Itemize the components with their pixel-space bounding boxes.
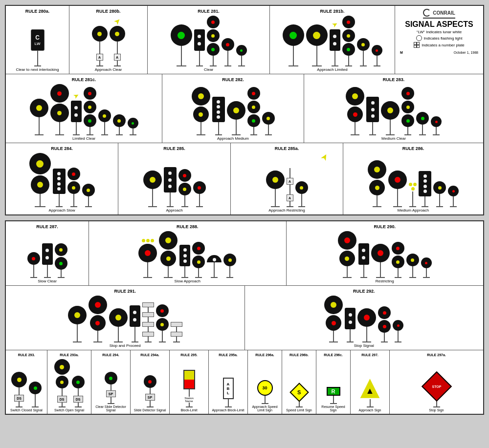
- caption-285: Approach: [166, 207, 182, 213]
- caption-294a: Slide Detector Signal: [134, 407, 166, 412]
- signal-area-290: [289, 231, 482, 278]
- rule-label-292: RULE 292.: [247, 289, 482, 294]
- rule-label-294: RULE 294.: [93, 353, 128, 357]
- yellow-dot: [97, 32, 102, 36]
- cell-296b: RULE 296b. S Speed Limit Sign: [282, 350, 316, 414]
- cell-280a: RULE 280a. C LW Clear to next interlocki…: [6, 6, 69, 74]
- signal-area-295a: A B L: [211, 359, 245, 407]
- legend-plate: Indicates a number plate: [414, 42, 465, 48]
- signal-area-286: [345, 153, 481, 207]
- green: [178, 32, 185, 39]
- rule-label-295: RULE 295.: [172, 353, 206, 357]
- m-label: M: [400, 51, 403, 54]
- caption-296b: Speed Limit Sign: [286, 407, 312, 412]
- rule-label-296b: RULE 296b.: [284, 353, 314, 357]
- legend-lw: "LW" Indicates lunar white: [417, 30, 462, 34]
- caption-283: Medium Clear: [381, 135, 406, 141]
- slide-plate-2: [142, 312, 154, 317]
- sig2: ➤ A: [110, 17, 125, 66]
- sp-plate: SP: [106, 390, 116, 397]
- caption-288: Slow Approach: [175, 278, 200, 283]
- rule-label-293a: RULE 293a.: [49, 353, 89, 357]
- block-limit-sign: [183, 370, 195, 389]
- signal-280a: C LW: [31, 29, 44, 66]
- cell-281c: RULE 281c.: [6, 74, 162, 143]
- half-circle-head: [207, 255, 222, 262]
- caption-297a: Stop Sign: [429, 407, 444, 412]
- caption-296c: Resume Speed Sign: [318, 404, 348, 412]
- rule-label-293: RULE 293.: [8, 353, 45, 357]
- caption-295: Block-Limit: [180, 407, 197, 412]
- abl-sign: A B L: [223, 378, 234, 399]
- rule-label-287: RULE 287.: [8, 224, 87, 229]
- arrow: ➤: [111, 16, 123, 27]
- caption-290: Restricting: [376, 278, 394, 283]
- caption-280b: Approach Clear: [95, 66, 122, 72]
- rule-label-296a: RULE 296a.: [250, 353, 280, 357]
- approach-triangle: ▲: [359, 378, 381, 399]
- cell-281: RULE 281.: [148, 6, 270, 74]
- a-plate: A: [96, 54, 103, 61]
- sp-plate: SP: [145, 394, 155, 401]
- brand-name: CONRAIL: [433, 10, 455, 16]
- caption-293a: Switch Open Signal: [54, 407, 84, 412]
- cell-291: RULE 291.: [6, 286, 245, 350]
- caption-284: Approach Slow: [49, 207, 75, 213]
- cell-286: RULE 286.: [343, 143, 483, 214]
- num-plate-icon: [414, 42, 420, 48]
- post: [37, 51, 38, 65]
- station-name: StationName: [179, 397, 199, 403]
- sig4: [222, 38, 234, 66]
- signal-area-297a: STOP: [392, 359, 481, 407]
- sig1: A: [92, 26, 108, 66]
- signal-area-282: [164, 84, 302, 135]
- cell-296c: RULE 296c. R Resume Speed Sign: [316, 350, 351, 414]
- rule-label-291: RULE 291.: [8, 289, 243, 294]
- head2: [110, 26, 125, 42]
- row-3: RULE 284.: [6, 143, 483, 214]
- caption-296a: Approach Speed Limit Sign: [250, 404, 280, 412]
- caption-281: Clear: [204, 66, 213, 72]
- cell-293: RULE 293. DS: [6, 350, 47, 414]
- bottom-row-3: RULE 293. DS: [6, 350, 483, 414]
- signal-area-294: SP: [93, 359, 128, 404]
- a-plate: A: [114, 54, 121, 61]
- cell-290: RULE 290.: [287, 221, 484, 285]
- cell-288: RULE 288.: [89, 221, 287, 285]
- signal-area-285: [120, 153, 228, 207]
- caption-285a: Approach Restricting: [268, 207, 305, 213]
- cell-280b: RULE 280b. A ➤: [69, 6, 148, 74]
- rule-label-288: RULE 288.: [91, 224, 284, 229]
- rule-label-285: RULE 285.: [120, 146, 228, 151]
- conrail-logo: CONRAIL: [423, 9, 455, 19]
- yellow-dot: [115, 32, 119, 36]
- signal-area-296b: S: [284, 359, 314, 407]
- bottom-row-2: RULE 291.: [6, 286, 483, 350]
- rule-label-280a: RULE 280a.: [8, 9, 67, 14]
- ds-plate: DS: [14, 395, 24, 402]
- cell-296a: RULE 296a. 30 Approach Speed Limit Sign: [248, 350, 282, 414]
- sig1: [171, 24, 192, 66]
- caption-287: Slow Clear: [38, 278, 57, 283]
- cell-287: RULE 287.: [6, 221, 89, 285]
- slide-plate-5: [171, 322, 182, 327]
- rule-label-281c: RULE 281c.: [8, 77, 160, 82]
- rule-label-280b: RULE 280b.: [71, 9, 145, 14]
- signal-area-280b: A ➤ A: [71, 16, 145, 66]
- rule-label-286: RULE 286.: [345, 146, 481, 151]
- cell-295a: RULE 295a. A B L Approach Block-Limit: [209, 350, 248, 414]
- flash-text: Indicates flashing light: [424, 36, 463, 41]
- head1: [92, 26, 108, 42]
- row-2: RULE 281c.: [6, 74, 483, 143]
- cell-293a: RULE 293a. DS: [47, 350, 91, 414]
- signal-area-294a: SP: [133, 359, 167, 407]
- lunar-box: C LW: [31, 29, 44, 51]
- conrail-c-icon: [423, 9, 431, 17]
- caption-281c: Limited Clear: [72, 135, 95, 141]
- signal-area-293: DS: [8, 359, 45, 407]
- signal-area-295: StationName: [172, 359, 206, 407]
- signal-area-281c: ➤: [8, 84, 160, 135]
- cell-297a: RULE 297a. STOP Stop Sign: [390, 350, 483, 414]
- rule-label-282: RULE 282.: [164, 77, 302, 82]
- cell-297: RULE 297. ▲ Approach Sign: [351, 350, 390, 414]
